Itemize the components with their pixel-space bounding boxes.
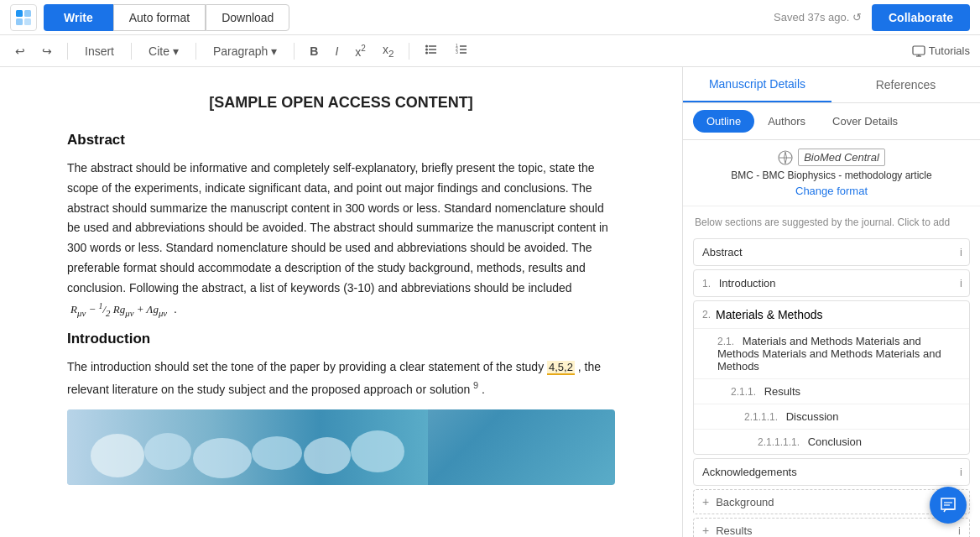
toolbar-sep-1 (67, 43, 68, 60)
ack-section-label: Acknowledgements (702, 466, 797, 478)
ack-section-info[interactable]: i (953, 462, 969, 482)
cite-dropdown[interactable]: Cite ▾ (142, 41, 185, 61)
svg-point-7 (425, 45, 428, 48)
svg-rect-0 (16, 10, 23, 17)
change-format-link[interactable]: Change format (795, 185, 868, 197)
subtab-outline[interactable]: Outline (693, 110, 754, 133)
svg-point-22 (193, 438, 252, 478)
citation-highlight: 4,5,2 (547, 361, 575, 375)
write-format-group: Write Auto format Download (44, 4, 289, 31)
plus-icon-background: + (702, 495, 709, 508)
collaborate-button[interactable]: Collaborate (872, 4, 970, 31)
editor-area[interactable]: [SAMPLE OPEN ACCESS CONTENT] Abstract Th… (0, 67, 682, 537)
right-panel: Manuscript Details References Outline Au… (682, 67, 980, 537)
plus-icon-results: + (702, 524, 709, 537)
sub-tabs: Outline Authors Cover Details (683, 103, 980, 140)
image-placeholder (67, 409, 615, 485)
insert-label: Insert (85, 44, 114, 58)
bold-button[interactable]: B (305, 41, 323, 61)
app-logo (10, 4, 37, 31)
subtab-authors[interactable]: Authors (754, 110, 819, 133)
intro-text-3: . (482, 382, 485, 395)
methods-section-label: Materials & Methods (716, 308, 823, 321)
outline-subsection-211: 2.1.1. Results (694, 378, 969, 404)
svg-point-21 (144, 433, 191, 470)
tab-references[interactable]: References (831, 67, 980, 102)
svg-rect-2 (16, 18, 23, 25)
citation-plain: 9 (473, 380, 478, 390)
abstract-para: The abstract should be informative and c… (67, 159, 615, 321)
insert-dropdown[interactable]: Insert (78, 41, 121, 61)
svg-text:3: 3 (456, 50, 458, 55)
redo-button[interactable]: ↪ (37, 41, 57, 61)
top-nav-left: Write Auto format Download (10, 4, 289, 31)
svg-point-24 (304, 437, 351, 474)
outline-hint: Below sections are suggested by the jour… (693, 213, 970, 232)
formula: Rμν − 1/2 Rgμν + Λgμν (70, 299, 167, 321)
toolbar-sep-4 (294, 43, 295, 60)
panel-tabs: Manuscript Details References (683, 67, 980, 103)
outline-section-abstract: Abstract i (693, 238, 970, 266)
top-nav-right: Saved 37s ago. ↺ Collaborate (774, 4, 970, 31)
download-button[interactable]: Download (206, 4, 289, 31)
outline-add-background[interactable]: + Background i (693, 489, 970, 514)
tutorials-label: Tutorials (929, 44, 970, 57)
abstract-section-info[interactable]: i (953, 242, 969, 262)
undo-button[interactable]: ↩ (10, 41, 30, 61)
superscript-button[interactable]: x2 (350, 40, 371, 62)
main-layout: [SAMPLE OPEN ACCESS CONTENT] Abstract Th… (0, 67, 980, 537)
results-label: Results (716, 524, 752, 537)
saved-status: Saved 37s ago. ↺ (774, 11, 862, 23)
outline-section-methods: 2. Materials & Methods (694, 301, 969, 328)
journal-name: BMC - BMC Biophysics - methodology artic… (695, 169, 968, 181)
list-ordered-button[interactable]: 123 (450, 39, 473, 62)
tab-manuscript[interactable]: Manuscript Details (683, 67, 831, 102)
editor-toolbar: ↩ ↪ Insert Cite ▾ Paragraph ▾ B I x2 x2 … (0, 35, 980, 67)
svg-rect-3 (24, 18, 31, 25)
toolbar-sep-5 (409, 43, 409, 60)
tutorials-button[interactable]: Tutorials (912, 44, 970, 58)
doc-title: [SAMPLE OPEN ACCESS CONTENT] (67, 94, 615, 112)
svg-point-23 (252, 436, 302, 470)
paragraph-label: Paragraph (213, 44, 268, 58)
outline-scroll[interactable]: Below sections are suggested by the jour… (683, 206, 980, 537)
results-info[interactable]: i (958, 524, 961, 537)
background-label: Background (716, 496, 774, 508)
svg-rect-16 (913, 46, 925, 55)
svg-point-8 (425, 49, 428, 51)
svg-rect-1 (24, 10, 31, 17)
cite-label: Cite (149, 44, 169, 58)
svg-point-20 (91, 434, 144, 477)
intro-section-label: Introduction (719, 277, 776, 289)
biomed-logo: BioMed Central (798, 149, 885, 166)
intro-section-info[interactable]: i (953, 274, 969, 293)
subscript-button[interactable]: x2 (378, 39, 399, 62)
svg-point-9 (425, 52, 428, 55)
italic-button[interactable]: I (330, 41, 343, 61)
outline-section-ack: Acknowledgements i (693, 458, 970, 486)
svg-point-25 (351, 430, 404, 472)
chat-button[interactable] (930, 487, 967, 524)
journal-info: BioMed Central BMC - BMC Biophysics - me… (683, 140, 980, 206)
list-unordered-button[interactable] (420, 39, 443, 62)
outline-section-intro: 1. Introduction i (693, 269, 970, 297)
intro-para: The introduction should set the tone of … (67, 357, 615, 399)
toolbar-right: Tutorials (912, 44, 970, 58)
cite-arrow: ▾ (173, 44, 179, 58)
top-nav: Write Auto format Download Saved 37s ago… (0, 0, 980, 35)
abstract-section-label: Abstract (702, 246, 743, 258)
write-button[interactable]: Write (44, 4, 113, 31)
intro-text-1: The introduction should set the tone of … (67, 360, 544, 373)
paragraph-dropdown[interactable]: Paragraph ▾ (206, 41, 284, 61)
toolbar-sep-2 (131, 43, 132, 60)
journal-logo: BioMed Central (695, 149, 968, 166)
subtab-cover[interactable]: Cover Details (819, 110, 911, 133)
abstract-heading: Abstract (67, 132, 615, 149)
paragraph-arrow: ▾ (271, 44, 277, 58)
intro-heading: Introduction (67, 331, 615, 347)
toolbar-sep-3 (195, 43, 196, 60)
outline-subsection-21: 2.1. Materials and Methods Materials and… (694, 328, 969, 378)
outline-add-results[interactable]: + Results i (693, 518, 970, 537)
autoformat-button[interactable]: Auto format (113, 4, 206, 31)
outline-subsection-21111: 2.1.1.1.1. Conclusion (694, 429, 969, 454)
